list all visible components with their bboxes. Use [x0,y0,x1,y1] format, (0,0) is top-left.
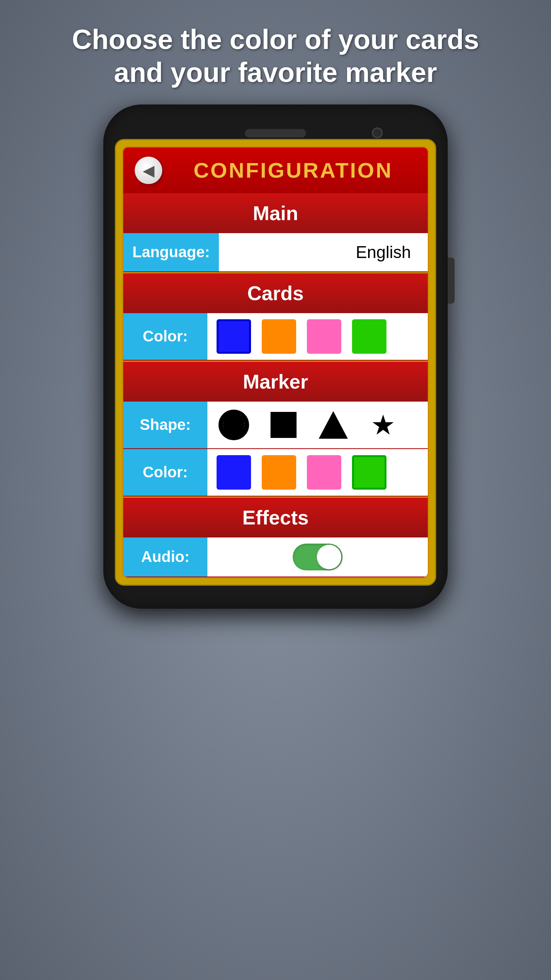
circle-inner [223,414,245,436]
shape-circle[interactable] [217,408,251,442]
back-icon: ◀ [143,163,155,178]
circle-outline-icon [218,410,249,440]
audio-row: Audio: [123,537,428,577]
language-row: Language: English [123,233,428,271]
config-container: ◀ CONFIGURATION Main Language: English C… [122,146,429,578]
cards-color-content [207,313,428,360]
circle-dot [223,413,245,436]
marker-color-pink[interactable] [307,455,341,490]
section-effects-header: Effects [123,498,428,537]
star-icon: ★ [371,411,396,439]
side-button [448,258,455,304]
phone-screen: ◀ CONFIGURATION Main Language: English C… [115,139,436,586]
main-section-title: Main [253,202,298,224]
marker-color-options [217,455,386,490]
marker-color-orange[interactable] [262,455,296,490]
phone-speaker [245,129,306,137]
phone-notch [115,120,436,139]
cards-color-blue[interactable] [217,319,251,354]
marker-color-label: Color: [123,449,207,496]
phone-camera [372,127,383,138]
toggle-thumb [317,545,341,569]
section-cards-header: Cards [123,273,428,313]
marker-color-blue[interactable] [217,455,251,490]
language-label: Language: [123,233,219,271]
audio-label: Audio: [123,537,207,577]
cards-section-title: Cards [247,282,303,304]
cards-color-orange[interactable] [262,319,296,354]
config-header: ◀ CONFIGURATION [123,147,428,193]
language-value: English [356,243,419,262]
marker-color-content [207,449,428,496]
marker-shape-content: ★ [207,402,428,448]
shape-triangle[interactable] [316,408,350,442]
shape-options: ★ [217,408,400,442]
triangle-icon [319,411,348,439]
cards-color-options [217,319,386,354]
cards-color-green[interactable] [352,319,386,354]
config-title: CONFIGURATION [170,158,416,183]
audio-content [207,537,428,577]
marker-shape-row: Shape: [123,402,428,448]
marker-shape-label: Shape: [123,402,207,448]
phone-mockup: ◀ CONFIGURATION Main Language: English C… [103,105,448,609]
shape-square[interactable] [266,408,301,442]
cards-color-label: Color: [123,313,207,360]
section-main-header: Main [123,193,428,233]
section-marker-header: Marker [123,362,428,402]
shape-star[interactable]: ★ [366,408,400,442]
page-title: Choose the color of your cards and your … [41,0,510,105]
language-content[interactable]: English [219,237,428,268]
marker-color-green[interactable] [352,455,386,490]
marker-color-row: Color: [123,449,428,496]
square-icon [271,412,297,438]
back-button[interactable]: ◀ [135,157,162,184]
marker-section-title: Marker [243,371,308,393]
audio-toggle-container [217,544,419,570]
audio-toggle[interactable] [293,544,342,570]
cards-color-pink[interactable] [307,319,341,354]
effects-section-title: Effects [242,506,308,529]
cards-color-row: Color: [123,313,428,360]
